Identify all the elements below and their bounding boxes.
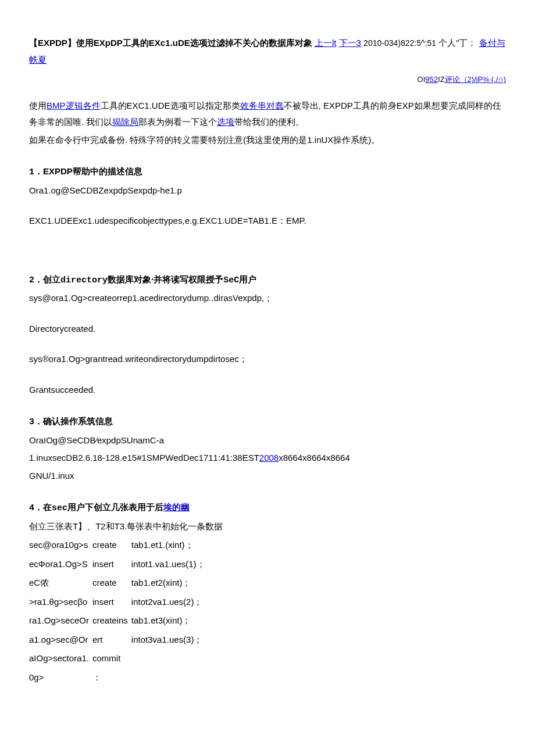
text: ．创立 — [34, 274, 60, 284]
section-1-head: 1．EXPDP帮助中的描述信息 — [29, 163, 506, 181]
section-number: 4 — [29, 503, 34, 513]
table-cell: create — [92, 574, 131, 593]
section-4-head: 4．在sec用户下创立几张表用于后埃的幽 — [29, 499, 506, 517]
mono-text: SeC — [223, 275, 239, 285]
table-cell: tab1.et2(xint)； — [131, 574, 209, 593]
table-cell: eC侬 — [29, 574, 92, 593]
text: 用户下创立几张表用于后 — [67, 502, 163, 512]
mono-text: directory — [60, 275, 108, 285]
section-number: 1 — [29, 167, 34, 177]
section-title: ．确认操作系筑信息 — [34, 416, 113, 426]
table-cell: tab1.et3(xint)； — [131, 611, 209, 630]
person-label: 个人"丁： — [438, 38, 476, 48]
text: 部表为例看一下这个 — [138, 117, 217, 127]
table-cell: insert — [92, 593, 131, 612]
section-number: 3 — [29, 417, 34, 427]
section-title: ．EXPDP帮助中的描述信息 — [34, 166, 142, 176]
s3-line-1: OraIOg@SeCDB⁄expdpSUnamC-a — [29, 432, 506, 449]
table-cell: intot3va1.ues(3)； — [131, 630, 209, 650]
meta-text-2: IZ — [438, 75, 445, 84]
link-logic[interactable]: 逻辑各件 — [66, 101, 101, 110]
nav-prev-link[interactable]: 上一lt — [315, 38, 337, 48]
text: 用户 — [239, 274, 256, 284]
table-row: eC侬createtab1.et2(xint)； — [29, 574, 209, 593]
table-row: sec@ora10g>screatetab1.et1.(xint)； — [29, 536, 209, 555]
intro-paragraph: 使用BMP逻辑各件工具的EXC1.UDE选项可以指定那类效务串对蠢不被导出, E… — [29, 98, 506, 131]
table-cell — [131, 649, 209, 668]
sql-table: sec@ora10g>screatetab1.et1.(xint)；ecΦora… — [29, 536, 209, 687]
s1-line-2: EXC1.UDEExc1.udespecificobjecttypes,e.g.… — [29, 213, 506, 230]
meta-text-1: OI — [418, 75, 426, 84]
table-cell: createins — [92, 611, 131, 630]
table-cell: tab1.et1.(xint)； — [131, 536, 209, 555]
section-number: 2 — [29, 275, 34, 285]
table-row: aIOg>sectora1.commit — [29, 649, 209, 668]
s4-line-1: 创立三张表T】、T2和T3.每张表中初始化一条数据 — [29, 518, 506, 535]
table-cell: ： — [92, 668, 131, 687]
text: 1.inuxsecDB2.6.18-128.e15#1SMPWedDec1711… — [29, 453, 259, 463]
timestamp: 2010-034)822:5^:51 — [363, 38, 436, 48]
text: 带给我们的便利。 — [234, 117, 304, 127]
mono-text: sec — [52, 503, 67, 513]
link-test[interactable]: 埃的幽 — [163, 502, 190, 512]
text: 使用 — [29, 101, 47, 110]
page-title: 【EXPDP】使用EXpDP工具的EXc1.uDE选项过滤掉不关心的数据库对象 — [29, 38, 312, 48]
title-line: 【EXPDP】使用EXpDP工具的EXc1.uDE选项过滤掉不关心的数据库对象 … — [29, 35, 506, 68]
table-cell: aIOg>sectora1. — [29, 649, 92, 668]
table-cell: create — [92, 536, 131, 555]
table-cell — [131, 668, 209, 687]
s3-line-2: 1.inuxsecDB2.6.18-128.e15#1SMPWedDec1711… — [29, 450, 506, 467]
table-cell: insert — [92, 555, 131, 574]
link-year[interactable]: 2008 — [259, 453, 279, 463]
text: 工具的EXC1.UDE选项可以指定那类 — [101, 101, 240, 110]
s2-line-1: sys@ora1.Og>createorrep1.acedirectorydum… — [29, 290, 506, 307]
table-cell: commit — [92, 649, 131, 668]
link-task[interactable]: 效务串对蠢 — [240, 101, 284, 110]
nav-next-link[interactable]: 下一3 — [339, 38, 361, 48]
link-remove[interactable]: 揭除局 — [112, 117, 138, 127]
text: 数据库对象·并将读写权限授予 — [108, 274, 223, 284]
table-cell: intot1.va1.ues(1)； — [131, 555, 209, 574]
meta-link-1[interactable]: 952 — [425, 75, 438, 84]
s1-line-1: Ora1.og@SeCDBZexpdpSexpdp-he1.p — [29, 182, 506, 199]
text: x8664x8664x8664 — [279, 453, 350, 463]
meta-comments-link[interactable]: 评论（2) — [445, 75, 475, 84]
table-row: a1.og>sec@Orertintot3va1.ues(3)； — [29, 630, 209, 650]
table-row: >ra1.θg>secβoinsertintot2va1.ues(2)； — [29, 593, 209, 612]
table-cell: ra1.Og>seceOr — [29, 611, 92, 630]
table-cell: a1.og>sec@Or — [29, 630, 92, 650]
link-bmp[interactable]: BMP — [47, 101, 66, 110]
table-cell: intot2va1.ues(2)； — [131, 593, 209, 612]
table-cell: ert — [92, 630, 131, 650]
table-row: ecΦora1.Og>Sinsertintot1.va1.ues(1)； — [29, 555, 209, 574]
table-cell: ecΦora1.Og>S — [29, 555, 92, 574]
section-2-head: 2．创立directory数据库对象·并将读写权限授予SeC用户 — [29, 271, 506, 289]
table-cell: sec@ora10g>s — [29, 536, 92, 555]
s2-line-2: Directorycreated. — [29, 321, 506, 338]
meta-link-2[interactable]: /iP¾·(./∩) — [474, 75, 506, 84]
s2-line-4: Grantsucceeded. — [29, 382, 506, 399]
table-cell: 0g> — [29, 668, 92, 687]
intro-paragraph-2: 如果在命令行中完成备份. 特殊字符的转义需要特别注意(我这里使用的是1.inUX… — [29, 132, 506, 149]
section-3-head: 3．确认操作系筑信息 — [29, 413, 506, 431]
meta-bar: OI952IZ评论（2)/iP¾·(./∩) — [29, 73, 506, 87]
table-cell: >ra1.θg>secβo — [29, 593, 92, 612]
s2-line-3: sys®ora1.Og>grantread.writeondirectorydu… — [29, 351, 506, 368]
link-option[interactable]: 选项 — [217, 117, 234, 127]
s3-line-3: GNU/1.inux — [29, 468, 506, 485]
table-row: 0g>： — [29, 668, 209, 687]
table-row: ra1.Og>seceOrcreateinstab1.et3(xint)； — [29, 611, 209, 630]
text: ．在 — [34, 502, 52, 512]
